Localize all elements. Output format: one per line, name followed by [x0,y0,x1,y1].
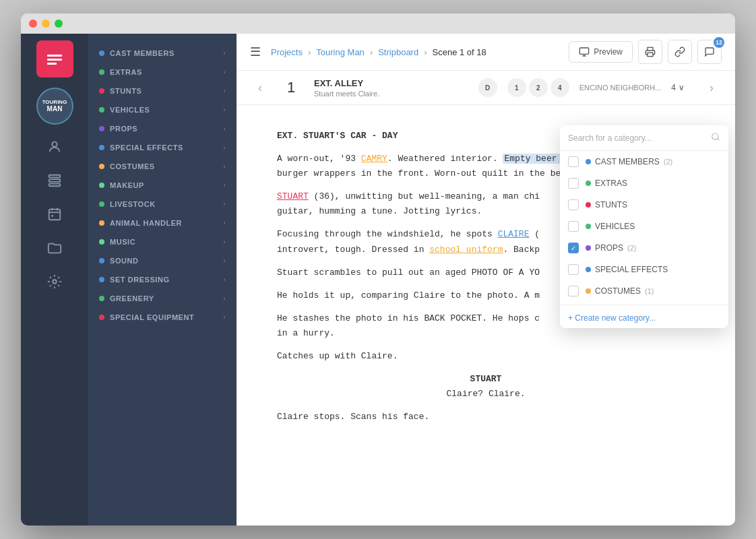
breadcrumb-scene: Scene 1 of 18 [433,47,486,57]
dropdown-category-label: STUNTS [595,200,627,210]
category-checkbox[interactable] [568,264,579,275]
main-content: ☰ Projects › Touring Man › Stripboard › … [237,34,735,526]
close-button[interactable] [29,20,37,28]
panel-item-extras[interactable]: EXTRAS › [88,63,237,82]
panel-item-animal-handler[interactable]: ANIMAL HANDLER › [88,214,237,232]
category-dot [99,145,104,150]
next-scene-button[interactable]: › [701,71,722,104]
category-checkbox[interactable] [568,156,579,167]
panel-item-special-effects[interactable]: SPECIAL EFFECTS › [88,138,237,157]
create-category-button[interactable]: + Create new category... [560,308,728,328]
chevron-right-icon: › [223,201,226,208]
maximize-button[interactable] [55,20,63,28]
category-label: COSTUMES [110,162,155,170]
link-button[interactable] [668,40,692,64]
dropdown-item-costumes[interactable]: COSTUMES (1) [560,280,728,302]
category-checkbox[interactable] [568,199,579,210]
category-label: MUSIC [110,238,135,246]
category-search-input[interactable] [568,133,705,143]
panel-item-cast-members[interactable]: CAST MEMBERS › [88,44,237,63]
dropdown-item-vehicles[interactable]: VEHICLES [560,216,728,237]
panel-item-sound[interactable]: SOUND › [88,251,237,270]
svg-point-12 [53,280,57,284]
script-character: STUART [277,372,695,387]
dropdown-item-props[interactable]: ✓ PROPS (2) [560,237,728,259]
dropdown-item-special-effects[interactable]: SPECIAL EFFECTS [560,259,728,280]
sidebar-nav-board[interactable] [36,165,73,195]
scene-strip: ‹ 1 EXT. ALLEY Stuart meets Claire. D 1 … [237,71,735,105]
category-checkbox[interactable] [568,178,579,189]
minimize-button[interactable] [42,20,50,28]
preview-button[interactable]: Preview [569,41,633,63]
panel-item-vehicles[interactable]: VEHICLES › [88,100,237,119]
camry-link[interactable]: CAMRY [361,154,387,164]
dropdown-category-label: PROPS [595,243,623,253]
sidebar-nav-settings[interactable] [36,266,73,296]
print-icon [645,46,656,57]
category-dot [99,220,104,226]
panel-item-special-equipment[interactable]: SPECIAL EQUIPMENT › [88,308,237,327]
category-color-dot [586,181,591,186]
scene-info: EXT. ALLEY Stuart meets Claire. [314,78,468,98]
dropdown-list: CAST MEMBERS (2) EXTRAS STUNTS VEHICLES … [560,151,728,302]
panel-item-set-dressing[interactable]: SET DRESSING › [88,270,237,289]
svg-rect-13 [580,48,589,54]
panel-item-makeup[interactable]: MAKEUP › [88,176,237,195]
panel-item-greenery[interactable]: GREENERY › [88,289,237,308]
category-checkbox[interactable] [568,221,579,232]
category-dropdown: CAST MEMBERS (2) EXTRAS STUNTS VEHICLES … [560,125,728,328]
chevron-right-icon: › [223,50,226,57]
chevron-right-icon: › [223,276,226,283]
sidebar-nav-calendar[interactable] [36,199,73,229]
panel-item-costumes[interactable]: COSTUMES › [88,157,237,176]
category-color-dot [586,245,591,251]
category-color-dot [586,267,591,272]
category-dot [99,183,104,188]
panel-item-props[interactable]: PROPS › [88,119,237,138]
chevron-right-icon: › [223,220,226,226]
script-action-8: Claire stops. Scans his face. [277,410,695,424]
breadcrumb-project[interactable]: Touring Man [316,47,365,57]
sidebar-nav-folder[interactable] [36,232,73,263]
dropdown-category-label: VEHICLES [595,222,635,231]
topbar-right: Preview [569,40,722,64]
svg-rect-6 [49,183,61,186]
prev-scene-button[interactable]: ‹ [250,71,270,104]
dropdown-category-label: SPECIAL EFFECTS [595,265,668,274]
app-logo[interactable] [36,40,73,77]
breadcrumb-stripboard[interactable]: Stripboard [378,47,418,57]
print-button[interactable] [638,40,662,64]
sidebar-nav-people[interactable] [36,131,73,162]
scene-title: EXT. ALLEY [314,78,468,88]
menu-icon[interactable]: ☰ [250,44,261,59]
panel-item-music[interactable]: MUSIC › [88,232,237,251]
chat-button[interactable]: 12 [697,40,722,64]
category-checkbox[interactable] [568,286,579,296]
panel-item-livestock[interactable]: LIVESTOCK › [88,195,237,214]
dropdown-item-stunts[interactable]: STUNTS [560,194,728,216]
category-checkbox[interactable]: ✓ [568,243,579,253]
chevron-right-icon: › [223,125,226,132]
dropdown-item-extras[interactable]: EXTRAS [560,172,728,194]
dropdown-category-label: CAST MEMBERS [595,157,660,166]
svg-rect-11 [51,214,53,216]
svg-rect-5 [49,179,61,182]
chevron-right-icon: › [223,106,226,113]
dropdown-item-cast-members[interactable]: CAST MEMBERS (2) [560,151,728,172]
preview-icon [579,46,590,57]
chevron-right-icon: › [223,314,226,321]
panel-item-stunts[interactable]: STUNTS › [88,82,237,100]
panel-items-list: CAST MEMBERS › EXTRAS › STUNTS › VEHICLE… [88,44,237,327]
claire-link[interactable]: CLAIRE [498,229,530,239]
scene-day-tag: D [478,78,497,97]
school-uniform-link[interactable]: school uniform [429,245,503,255]
stuart-link[interactable]: STUART [277,191,309,201]
app-window: TOURING MAN [21,13,735,526]
category-count: (1) [645,287,654,295]
dropdown-search-bar [560,125,728,151]
svg-rect-7 [49,209,61,220]
category-color-dot [586,224,591,229]
avatar[interactable]: TOURING MAN [36,88,73,125]
category-label: STUNTS [110,87,141,95]
breadcrumb-projects[interactable]: Projects [271,47,303,57]
